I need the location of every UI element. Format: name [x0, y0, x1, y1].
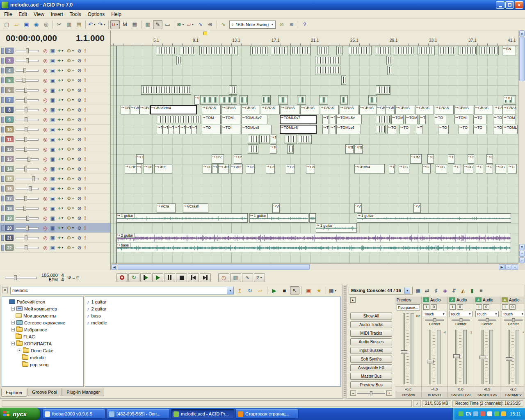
track-gear-button[interactable]: ⚙▼ [67, 215, 75, 221]
pan-thumb[interactable] [433, 318, 436, 322]
slider-thumb[interactable] [24, 147, 27, 152]
midi-clip-r[interactable]: ↪R [270, 144, 276, 154]
file-item-1-guitar[interactable]: ♪1 guitar [86, 298, 340, 305]
paint-tool-button[interactable]: ≋▼ [176, 20, 185, 29]
midi-clip-c[interactable]: ↪C [486, 154, 493, 164]
waveform-burst-clip[interactable] [262, 95, 271, 105]
close-button[interactable]: × [515, 1, 523, 9]
waveform-burst-clip[interactable] [240, 95, 248, 105]
track-fx-button[interactable]: ▣ [50, 186, 55, 192]
view-button-midi-tracks[interactable]: MIDI Tracks [350, 330, 392, 337]
track-grip[interactable] [1, 186, 4, 192]
solo-indicator[interactable]: ! [84, 127, 86, 132]
midi-clip-cras[interactable]: ↪CRAS [281, 105, 299, 114]
file-item-bass[interactable]: ♪bass [86, 312, 340, 319]
insert-fx-button[interactable]: ◈ [441, 287, 450, 294]
arm-record-button[interactable]: ◎ [43, 137, 47, 142]
undo-button[interactable]: ↶▼ [87, 20, 97, 29]
tempo-slider-thumb[interactable] [14, 275, 17, 280]
bus-assign-button[interactable]: +▼ [58, 196, 64, 201]
expand-icon[interactable]: + [11, 307, 15, 310]
bus-assign-button[interactable]: +▼ [58, 235, 64, 241]
arm-record-button[interactable]: ◎ [43, 48, 47, 54]
midi-clip-cras[interactable]: ↪CRAS [435, 105, 454, 114]
track-volume-slider[interactable] [16, 176, 39, 182]
save-button[interactable]: ▣ [22, 20, 31, 29]
bus-assign-button[interactable]: +▼ [58, 97, 64, 103]
solo-indicator[interactable]: ! [84, 146, 86, 152]
midi-clip-tomlsv[interactable]: ↪TOMLSv [336, 115, 362, 124]
arm-record-button[interactable]: ◎ [43, 176, 47, 182]
time-display[interactable]: 00:00:00,000 [6, 33, 57, 43]
midi-clip-cras[interactable]: ↪CRAS [202, 105, 221, 114]
audio-clip-bass[interactable]: ↪bass [116, 243, 511, 252]
envelope-tool-button[interactable]: ∿ [196, 20, 205, 29]
midi-clip-vcrash[interactable]: ↪VCrash [183, 203, 208, 213]
tab-groove-pool[interactable]: Groove Pool [27, 388, 62, 396]
midi-clip-t[interactable]: ↪T [330, 125, 336, 134]
midi-clip-to[interactable]: ↪TO [202, 125, 221, 134]
menu-edit[interactable]: Edit [15, 10, 30, 18]
track-header-15[interactable]: 15◎▣+▼⚙▼⊘! [0, 174, 110, 184]
midi-clip-t[interactable]: ↪T [419, 115, 426, 124]
mute-button[interactable]: ⊘ [77, 97, 81, 103]
midi-clip-tomlv8[interactable]: ↪TOMLv8 [241, 125, 272, 134]
groove-pool-combo[interactable]: ♪16th Note Swing▼ [229, 21, 276, 29]
midi-clip-to[interactable]: ↪TO [399, 125, 410, 134]
taskbar-button--432-099-565-окн-[interactable]: [432-099-565] - Окн... [107, 409, 170, 419]
track-gear-button[interactable]: ⚙▼ [67, 146, 75, 152]
mute-button[interactable]: ⊘ [77, 245, 81, 251]
input-monitor-button[interactable]: I [476, 304, 482, 310]
waveform-burst-clip[interactable] [200, 95, 218, 105]
tab-explorer[interactable]: Explorer [1, 388, 27, 397]
midi-clip-c[interactable]: ↪C [468, 154, 474, 164]
arm-record-button[interactable]: ◎ [43, 97, 47, 103]
vertical-scrollbar[interactable]: ▲ ▼ + − [518, 30, 525, 263]
slider-thumb[interactable] [23, 78, 25, 83]
track-grip[interactable] [1, 78, 4, 83]
start-preview-button[interactable]: ▶ [269, 286, 279, 294]
midi-clip-t[interactable]: ↪T [174, 125, 180, 134]
midi-clip-cra[interactable]: ↪CRA [494, 105, 503, 114]
insert-audio-bus-button[interactable]: ▦ [414, 287, 422, 294]
track-gear-button[interactable]: ⚙▼ [67, 97, 75, 103]
timeline-marker[interactable] [203, 32, 207, 35]
slider-thumb[interactable] [23, 68, 26, 73]
mute-button[interactable]: ⊘ [77, 48, 81, 54]
tree-item-сетевое-окружение[interactable]: +Сетевое окружение [2, 319, 83, 326]
track-grip[interactable] [1, 58, 4, 64]
waveform-burst-clip[interactable] [297, 95, 306, 105]
midi-clip-r[interactable]: ↪R [271, 135, 276, 144]
midi-clip-rd[interactable]: ↪RD [354, 144, 363, 154]
track-fx-button[interactable]: ▣ [50, 166, 55, 172]
path-combo[interactable]: melodic ▼ [10, 287, 234, 294]
drum-hits-clip[interactable] [141, 85, 191, 95]
midi-clip-t[interactable]: ↪T [191, 125, 197, 134]
midi-clip-cras[interactable]: ↪CRAS [395, 105, 414, 114]
drum-hits-clip[interactable] [459, 46, 477, 55]
track-gear-button[interactable]: ⚙▼ [67, 78, 75, 83]
bus-assign-button[interactable]: +▼ [58, 68, 64, 73]
erase-tool-button[interactable]: ▱▼ [186, 20, 195, 29]
pan-thumb[interactable] [512, 318, 515, 322]
up-level-button[interactable]: ↥ [235, 286, 244, 294]
track-header-17[interactable]: 17◎▣+▼⚙▼⊘! [0, 194, 110, 203]
start-button[interactable]: пуск [0, 408, 40, 420]
fader-thumb[interactable] [427, 360, 434, 363]
volume-fader[interactable] [455, 330, 457, 384]
automation-mode-combo[interactable]: Touch▼ [475, 311, 499, 317]
waveform-burst-clip[interactable] [340, 95, 348, 105]
arm-record-button[interactable]: ◎ [43, 225, 47, 231]
mixer-drag-grip[interactable] [344, 286, 346, 397]
fader-thumb[interactable] [479, 356, 486, 359]
drum-hits-clip[interactable] [180, 46, 195, 55]
midi-clip-cras[interactable]: ↪CRAS [503, 105, 516, 114]
waveform-burst-clip[interactable] [319, 95, 328, 105]
midi-clip-cra[interactable]: ↪CRA [130, 105, 139, 114]
track-volume-slider[interactable] [16, 245, 39, 251]
drum-hits-clip[interactable] [229, 85, 237, 95]
midi-clip-crz[interactable]: ↪CrZ [410, 154, 422, 164]
midi-clip-c[interactable]: ↪C [508, 164, 517, 173]
track-fx-button[interactable]: ▣ [50, 78, 55, 83]
envelope-button[interactable]: ∿ [242, 273, 253, 282]
